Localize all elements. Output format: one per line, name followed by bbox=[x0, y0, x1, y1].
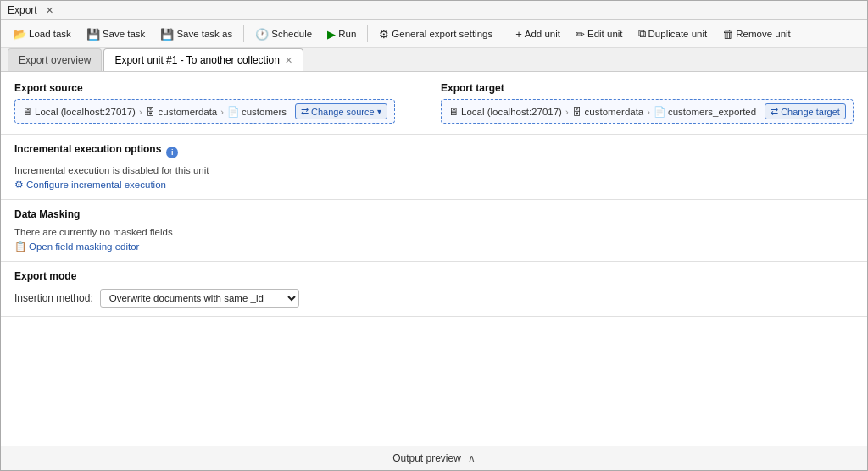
masking-editor-icon: 📋 bbox=[14, 241, 26, 252]
open-field-masking-label: Open field masking editor bbox=[29, 241, 139, 252]
remove-unit-label: Remove unit bbox=[736, 29, 791, 39]
window-title: Export bbox=[8, 4, 37, 16]
export-mode-section: Export mode Insertion method: Overwrite … bbox=[1, 262, 867, 317]
separator-3 bbox=[504, 25, 504, 42]
output-preview-bar[interactable]: Output preview ∧ bbox=[1, 446, 867, 470]
incremental-info-icon[interactable]: i bbox=[166, 147, 178, 158]
save-task-as-button[interactable]: 💾 Save task as bbox=[153, 25, 239, 44]
remove-unit-icon: 🗑 bbox=[722, 28, 733, 41]
general-export-settings-icon: ⚙ bbox=[379, 28, 389, 41]
export-source-block: Export source 🖥 Local (localhost:27017) … bbox=[14, 82, 427, 124]
edit-unit-icon: ✏ bbox=[576, 28, 585, 41]
incremental-status-text: Incremental execution is disabled for th… bbox=[14, 165, 854, 175]
general-export-settings-button[interactable]: ⚙ General export settings bbox=[372, 25, 499, 44]
schedule-label: Schedule bbox=[271, 29, 312, 39]
duplicate-unit-button[interactable]: ⧉ Duplicate unit bbox=[632, 24, 715, 44]
export-target-label: Export target bbox=[441, 82, 854, 94]
save-task-button[interactable]: 💾 Save task bbox=[80, 25, 153, 44]
add-unit-button[interactable]: + Add unit bbox=[509, 25, 567, 44]
target-host: 🖥 Local (localhost:27017) bbox=[448, 107, 562, 117]
insertion-method-label: Insertion method: bbox=[14, 292, 93, 304]
target-db: 🗄 customerdata bbox=[572, 107, 644, 117]
tab-export-overview[interactable]: Export overview bbox=[8, 48, 102, 71]
save-task-as-icon: 💾 bbox=[160, 28, 174, 41]
change-source-button[interactable]: ⇄ Change source ▾ bbox=[295, 103, 387, 119]
change-source-icon: ⇄ bbox=[301, 106, 309, 117]
data-masking-title: Data Masking bbox=[14, 208, 854, 220]
add-unit-icon: + bbox=[515, 28, 522, 41]
edit-unit-button[interactable]: ✏ Edit unit bbox=[569, 25, 630, 44]
source-collection: 📄 customers bbox=[227, 106, 287, 118]
save-task-icon: 💾 bbox=[86, 28, 100, 41]
load-task-label: Load task bbox=[29, 29, 71, 39]
incremental-title-row: Incremental execution options i bbox=[14, 143, 854, 162]
chevron-up-icon: ∧ bbox=[468, 452, 476, 464]
source-db-icon: 🗄 bbox=[146, 107, 156, 117]
target-arrow-1: › bbox=[565, 107, 569, 117]
toolbar: 📂 Load task 💾 Save task 💾 Save task as 🕐… bbox=[1, 20, 867, 48]
export-mode-title: Export mode bbox=[14, 270, 854, 282]
export-source-label: Export source bbox=[14, 82, 427, 94]
export-target-block: Export target 🖥 Local (localhost:27017) … bbox=[441, 82, 854, 124]
tab-export-overview-label: Export overview bbox=[19, 54, 91, 66]
export-target-path-box: 🖥 Local (localhost:27017) › 🗄 customerda… bbox=[441, 99, 854, 124]
tabs-row: Export overview Export unit #1 - To anot… bbox=[1, 48, 867, 72]
target-arrow-2: › bbox=[647, 107, 650, 117]
tab-close-icon[interactable]: ✕ bbox=[285, 55, 292, 66]
add-unit-label: Add unit bbox=[525, 29, 560, 39]
run-button[interactable]: ▶ Run bbox=[320, 25, 363, 44]
insertion-row: Insertion method: Overwrite documents wi… bbox=[14, 289, 854, 308]
general-export-settings-label: General export settings bbox=[392, 29, 492, 39]
tab-export-unit-1-label: Export unit #1 - To another collection bbox=[114, 54, 280, 66]
main-content: Export source 🖥 Local (localhost:27017) … bbox=[1, 72, 867, 446]
source-host-icon: 🖥 bbox=[22, 107, 32, 117]
separator-1 bbox=[243, 25, 244, 42]
incremental-section: Incremental execution options i Incremen… bbox=[1, 135, 867, 200]
save-task-as-label: Save task as bbox=[176, 29, 232, 39]
window-close-icon[interactable]: ✕ bbox=[46, 5, 53, 16]
change-target-icon: ⇄ bbox=[771, 106, 778, 117]
duplicate-unit-label: Duplicate unit bbox=[648, 29, 708, 39]
export-source-path-box: 🖥 Local (localhost:27017) › 🗄 customerda… bbox=[14, 99, 395, 124]
source-host: 🖥 Local (localhost:27017) bbox=[22, 107, 136, 117]
duplicate-unit-icon: ⧉ bbox=[638, 27, 646, 41]
source-arrow-1: › bbox=[139, 107, 142, 117]
incremental-title: Incremental execution options bbox=[14, 143, 161, 155]
schedule-button[interactable]: 🕐 Schedule bbox=[248, 25, 319, 44]
remove-unit-button[interactable]: 🗑 Remove unit bbox=[715, 25, 798, 44]
change-source-label: Change source bbox=[311, 107, 375, 117]
run-label: Run bbox=[338, 29, 356, 39]
open-field-masking-editor-link[interactable]: 📋 Open field masking editor bbox=[14, 241, 139, 252]
load-task-icon: 📂 bbox=[13, 28, 26, 41]
run-icon: ▶ bbox=[327, 28, 336, 41]
title-bar: Export ✕ bbox=[1, 1, 867, 20]
separator-2 bbox=[367, 25, 368, 42]
configure-incremental-label: Configure incremental execution bbox=[26, 180, 166, 190]
data-masking-section: Data Masking There are currently no mask… bbox=[1, 200, 867, 262]
output-preview-label: Output preview bbox=[392, 452, 461, 464]
target-collection: 📄 customers_exported bbox=[654, 106, 756, 118]
schedule-icon: 🕐 bbox=[255, 28, 269, 41]
target-collection-icon: 📄 bbox=[654, 106, 665, 118]
change-source-dropdown-icon: ▾ bbox=[377, 107, 381, 116]
source-collection-icon: 📄 bbox=[227, 106, 239, 118]
change-target-label: Change target bbox=[781, 107, 840, 117]
change-target-button[interactable]: ⇄ Change target bbox=[765, 103, 846, 119]
insertion-method-select[interactable]: Overwrite documents with same _id Insert… bbox=[100, 289, 299, 308]
source-db: 🗄 customerdata bbox=[146, 107, 218, 117]
configure-incremental-link[interactable]: ⚙ Configure incremental execution bbox=[14, 179, 166, 191]
save-task-label: Save task bbox=[103, 29, 146, 39]
edit-unit-label: Edit unit bbox=[587, 29, 623, 39]
load-task-button[interactable]: 📂 Load task bbox=[6, 25, 78, 44]
tab-export-unit-1[interactable]: Export unit #1 - To another collection ✕ bbox=[103, 48, 303, 71]
configure-incremental-icon: ⚙ bbox=[14, 179, 24, 191]
data-masking-status-text: There are currently no masked fields bbox=[14, 227, 854, 237]
target-host-icon: 🖥 bbox=[448, 107, 459, 117]
source-target-row: Export source 🖥 Local (localhost:27017) … bbox=[1, 72, 867, 135]
target-db-icon: 🗄 bbox=[572, 107, 582, 117]
source-arrow-2: › bbox=[220, 107, 224, 117]
